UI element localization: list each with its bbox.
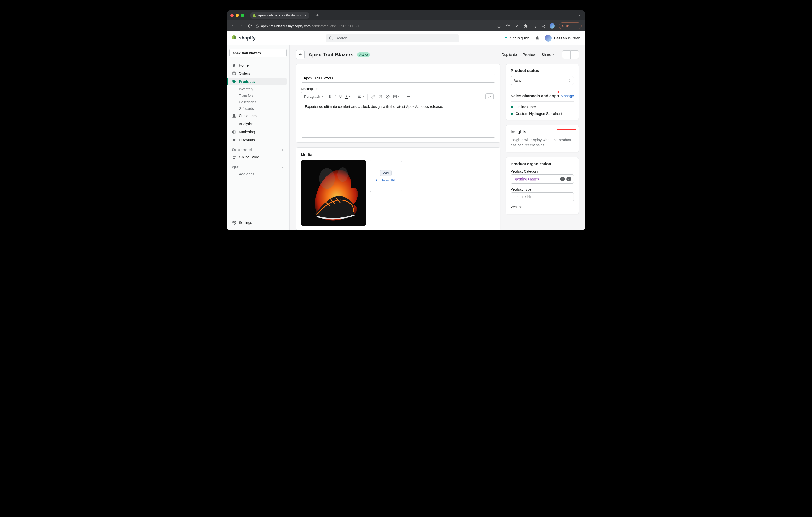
sidebar-sub-inventory[interactable]: Inventory (229, 86, 287, 92)
nav-forward-icon[interactable] (239, 24, 243, 28)
preview-button[interactable]: Preview (522, 51, 537, 58)
customers-icon (232, 114, 236, 118)
add-from-url-link[interactable]: Add from URL (375, 179, 396, 182)
next-product-button[interactable] (571, 51, 579, 59)
home-icon (232, 63, 236, 67)
bold-button[interactable]: B (327, 93, 332, 100)
sidebar-sub-giftcards[interactable]: Gift cards (229, 105, 287, 112)
discounts-icon (232, 138, 236, 142)
organization-card: Product organization Product Category Sp… (506, 157, 579, 214)
sidebar-item-online-store[interactable]: Online Store (229, 153, 287, 161)
more-button[interactable]: ••• (405, 93, 412, 100)
product-image (301, 160, 366, 225)
svg-marker-2 (506, 24, 510, 27)
media-card: Media (296, 147, 500, 230)
manage-channels-link[interactable]: Manage (560, 94, 574, 98)
media-thumbnail[interactable] (301, 160, 366, 225)
star-icon[interactable] (505, 24, 510, 28)
underline-button[interactable]: U (338, 93, 343, 100)
store-selector[interactable]: apex-trail-blazers (229, 49, 287, 57)
reload-icon[interactable] (247, 24, 252, 28)
sales-channels-heading: Sales channels (229, 144, 287, 153)
chrome-menu-icon[interactable]: ⋮ (575, 24, 578, 28)
sidebar-sub-collections[interactable]: Collections (229, 99, 287, 105)
window-controls (230, 14, 244, 17)
svg-rect-0 (256, 26, 259, 27)
sidebar-item-customers[interactable]: Customers (229, 112, 287, 120)
confirm-category-icon[interactable]: ✓ (567, 177, 571, 181)
browser-tab[interactable]: apex-trail-blazers · Products · × (250, 12, 309, 19)
description-editor[interactable]: Experience ultimate comfort and a sleek … (301, 101, 495, 138)
global-search[interactable]: Search (326, 34, 459, 42)
sidebar-item-products[interactable]: Products (227, 78, 287, 86)
sidebar-item-home[interactable]: Home (229, 61, 287, 69)
shopify-logo[interactable]: shopify (232, 35, 256, 41)
image-button[interactable] (377, 94, 384, 100)
html-view-button[interactable] (485, 93, 494, 100)
sidebar-item-discounts[interactable]: Discounts (229, 136, 287, 144)
devices-icon[interactable] (541, 24, 546, 28)
user-menu[interactable]: Hassan Djirdeh (545, 35, 580, 41)
chevron-right-icon[interactable] (281, 165, 284, 168)
apps-heading: Apps (229, 161, 287, 170)
update-button[interactable]: Update ⋮ (559, 23, 582, 29)
notifications-icon[interactable] (535, 36, 540, 40)
add-media-button[interactable]: Add (380, 170, 392, 176)
sidebar-item-marketing[interactable]: Marketing (229, 128, 287, 136)
flag-icon (504, 36, 509, 40)
status-select[interactable]: Active (511, 76, 574, 85)
nav-back-icon[interactable] (230, 24, 235, 28)
setup-guide-link[interactable]: Setup guide (504, 36, 530, 40)
chevron-right-icon[interactable] (281, 149, 284, 151)
maximize-window[interactable] (241, 14, 244, 17)
title-label: Title (301, 69, 495, 73)
align-button[interactable] (356, 94, 366, 100)
status-dot-icon (511, 106, 513, 108)
title-input[interactable] (301, 74, 495, 83)
italic-button[interactable]: I (333, 93, 337, 100)
shopify-bag-icon (232, 35, 237, 41)
product-status-heading: Product status (511, 68, 574, 73)
prev-product-button[interactable] (562, 51, 571, 59)
sidebar-item-analytics[interactable]: Analytics (229, 120, 287, 128)
text-color-button[interactable]: A (344, 93, 352, 100)
sidebar-item-orders[interactable]: Orders (229, 69, 287, 78)
extension-v-icon[interactable]: V (514, 24, 519, 28)
duplicate-button[interactable]: Duplicate (500, 51, 518, 58)
clear-category-icon[interactable]: ✕ (560, 177, 565, 181)
window-menu-icon[interactable] (578, 13, 582, 17)
user-avatar-icon (545, 35, 552, 41)
analytics-icon (232, 122, 236, 126)
new-tab-button[interactable]: + (316, 13, 319, 18)
page-header: Apex Trail Blazers Active Duplicate Prev… (296, 50, 579, 59)
link-button[interactable] (370, 94, 376, 100)
status-dot-icon (511, 113, 513, 115)
back-button[interactable] (296, 50, 305, 59)
table-button[interactable] (392, 94, 401, 100)
product-pager (562, 51, 579, 59)
paragraph-dropdown[interactable]: Paragraph (303, 93, 325, 100)
extensions-icon[interactable] (523, 24, 528, 28)
address-field[interactable]: apex-trail-blazers.myshopify.com/admin/p… (256, 24, 493, 28)
profile-avatar-icon[interactable] (550, 23, 555, 29)
video-button[interactable] (384, 94, 391, 100)
media-add-zone[interactable]: Add Add from URL (370, 160, 402, 192)
svg-marker-24 (363, 96, 364, 97)
close-tab-icon[interactable]: × (304, 13, 307, 18)
sales-channels-heading: Sales channels and apps (511, 94, 559, 98)
svg-marker-18 (553, 54, 554, 55)
close-window[interactable] (230, 14, 234, 17)
category-input[interactable]: Sporting Goods ✕ ✓ (511, 174, 574, 184)
playlist-icon[interactable] (532, 24, 537, 28)
share-button[interactable]: Share (541, 51, 556, 58)
share-ios-icon[interactable] (496, 24, 501, 28)
sidebar-add-apps[interactable]: + Add apps (229, 170, 287, 178)
type-input[interactable] (511, 192, 574, 201)
minimize-window[interactable] (236, 14, 239, 17)
tab-title: apex-trail-blazers · Products · (258, 13, 301, 17)
sidebar-sub-transfers[interactable]: Transfers (229, 92, 287, 99)
orders-icon (232, 71, 236, 75)
sidebar-settings[interactable]: Settings (229, 218, 287, 227)
svg-point-26 (380, 96, 380, 96)
products-icon (232, 80, 236, 84)
